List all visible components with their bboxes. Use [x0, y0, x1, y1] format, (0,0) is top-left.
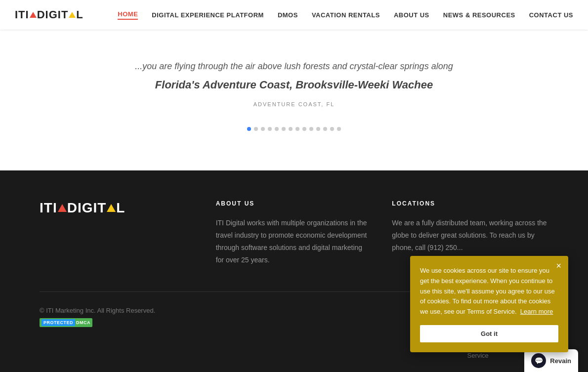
dmca-label: DMCA [76, 320, 90, 325]
revain-text: Revain [550, 357, 571, 365]
nav-dxp[interactable]: DIGITAL EXPERIENCE PLATFORM [152, 11, 264, 19]
nav-news[interactable]: NEWS & RESOURCES [443, 11, 515, 19]
nav-about[interactable]: ABOUT US [394, 11, 429, 19]
dot-14[interactable] [337, 127, 341, 131]
footer-about-col: ABOUT US ITI Digital works with multiple… [216, 200, 373, 267]
carousel-dots [247, 127, 341, 131]
dot-2[interactable] [254, 127, 258, 131]
logo-triangle-yellow [69, 12, 76, 18]
revain-icon: 💬 [531, 353, 546, 368]
footer-copyright: © ITI Marketing Inc. All Rights Reserved… [40, 307, 155, 314]
dmca-protected: PROTECTED [42, 319, 75, 326]
cookie-text: We use cookies across our site to ensure… [420, 266, 558, 317]
dot-3[interactable] [261, 127, 265, 131]
quote-text: ...you are flying through the air above … [135, 59, 453, 74]
dot-10[interactable] [309, 127, 313, 131]
nav-contact[interactable]: CONTACT US [529, 11, 573, 19]
main-content: ...you are flying through the air above … [0, 30, 588, 170]
quote-title: Florida's Adventure Coast, Brooksville-W… [155, 79, 433, 91]
navigation: ITI DIGIT L HOME DIGITAL EXPERIENCE PLAT… [0, 0, 588, 30]
nav-home[interactable]: HOME [118, 10, 138, 20]
logo[interactable]: ITI DIGIT L [15, 8, 84, 21]
footer-locations-title: LOCATIONS [392, 200, 548, 207]
dot-7[interactable] [289, 127, 293, 131]
location-tag: ADVENTURE COAST, FL [253, 101, 335, 107]
dot-13[interactable] [330, 127, 334, 131]
revain-widget[interactable]: 💬 Revain [524, 349, 578, 372]
footer-about-title: ABOUT US [216, 200, 373, 207]
dot-1[interactable] [247, 127, 251, 131]
learn-more-link[interactable]: Learn more [520, 308, 553, 315]
dot-4[interactable] [268, 127, 272, 131]
cookie-banner: × We use cookies across our site to ensu… [410, 256, 568, 352]
nav-links: HOME DIGITAL EXPERIENCE PLATFORM DMOS VA… [118, 10, 573, 20]
got-it-button[interactable]: Got it [420, 325, 558, 342]
dmca-badge[interactable]: PROTECTED DMCA [40, 318, 92, 327]
dot-5[interactable] [275, 127, 279, 131]
footer-logo-col: ITI DIGIT L [40, 200, 196, 267]
dot-8[interactable] [295, 127, 299, 131]
dot-9[interactable] [302, 127, 306, 131]
footer-copyright-col: © ITI Marketing Inc. All Rights Reserved… [40, 307, 155, 327]
footer-locations-text: We are a fully distributed team, working… [392, 217, 548, 254]
dot-6[interactable] [282, 127, 286, 131]
cookie-close-button[interactable]: × [556, 261, 561, 271]
dot-11[interactable] [316, 127, 320, 131]
nav-vacation[interactable]: VACATION RENTALS [312, 11, 380, 19]
footer-about-text: ITI Digital works with multiple organiza… [216, 217, 373, 267]
footer-logo-tri-yellow [107, 204, 116, 212]
footer-logo-tri-red [58, 204, 67, 212]
dot-12[interactable] [323, 127, 327, 131]
nav-dmos[interactable]: DMOS [278, 11, 298, 19]
logo-triangle-red [30, 12, 37, 18]
footer-logo: ITI DIGIT L [40, 200, 196, 216]
